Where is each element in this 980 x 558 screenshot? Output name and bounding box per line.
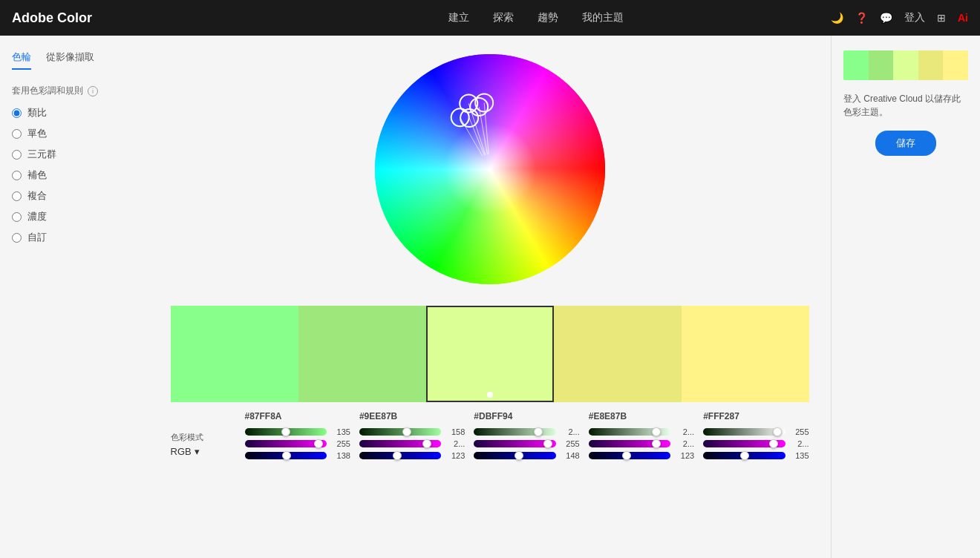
b-thumb-2[interactable]: [514, 451, 523, 460]
nav-trends[interactable]: 趨勢: [538, 11, 558, 24]
b-slider-row-1: 123: [359, 451, 465, 460]
rule-custom[interactable]: 自訂: [12, 231, 137, 244]
hex-label-2: #DBFF94: [474, 411, 579, 421]
color-mode-dropdown[interactable]: RGB ▾: [171, 446, 245, 457]
r-thumb-0[interactable]: [281, 427, 290, 436]
tab-extract[interactable]: 從影像擷取: [46, 50, 94, 70]
login-link[interactable]: 登入: [904, 11, 925, 24]
g-thumb-3[interactable]: [652, 439, 661, 448]
tab-color-wheel[interactable]: 色輪: [12, 50, 31, 70]
g-track-0[interactable]: [245, 440, 327, 447]
r-slider-row-0: 135: [245, 427, 350, 436]
b-value-1: 123: [445, 451, 465, 460]
r-value-2: 2...: [561, 427, 580, 436]
info-icon[interactable]: i: [88, 86, 98, 96]
r-slider-row-4: 255: [703, 427, 808, 436]
g-value-1: 2...: [445, 439, 465, 448]
g-thumb-2[interactable]: [543, 439, 552, 448]
save-button[interactable]: 儲存: [875, 131, 936, 156]
help-icon[interactable]: ❓: [855, 12, 868, 24]
nav-explore[interactable]: 探索: [493, 11, 514, 24]
g-track-2[interactable]: [474, 440, 555, 447]
mini-swatch-0: [843, 50, 869, 80]
comment-icon[interactable]: 💬: [880, 12, 892, 24]
r-slider-row-3: 2...: [589, 427, 694, 436]
main-layout: 色輪 從影像擷取 套用色彩調和規則 i 類比 單色 三元群 補色: [0, 36, 980, 558]
b-track-4[interactable]: [703, 452, 785, 459]
r-value-0: 135: [331, 427, 350, 436]
hex-label-1: #9EE87B: [359, 411, 465, 421]
r-thumb-3[interactable]: [652, 427, 661, 436]
color-wheel-container[interactable]: [371, 50, 609, 288]
b-track-0[interactable]: [245, 452, 327, 459]
b-value-2: 148: [561, 451, 580, 460]
mini-swatch-1: [869, 50, 894, 80]
color-column-1: #9EE87B1582...123: [359, 411, 465, 460]
g-thumb-0[interactable]: [314, 439, 323, 448]
g-value-4: 2...: [790, 439, 809, 448]
b-slider-row-0: 138: [245, 451, 350, 460]
g-slider-row-2: 255: [474, 439, 579, 448]
color-column-2: #DBFF942...255148: [474, 411, 579, 460]
swatch-3[interactable]: [554, 306, 682, 402]
g-value-0: 255: [331, 439, 350, 448]
moon-icon[interactable]: 🌙: [831, 12, 843, 24]
swatch-0[interactable]: [171, 306, 298, 402]
r-track-4[interactable]: [703, 428, 785, 436]
left-panel: 色輪 從影像擷取 套用色彩調和規則 i 類比 單色 三元群 補色: [0, 36, 148, 558]
b-slider-row-4: 135: [703, 451, 808, 460]
mini-swatch-4: [943, 50, 968, 80]
rule-shades[interactable]: 濃度: [12, 210, 137, 223]
r-track-1[interactable]: [359, 428, 441, 436]
adobe-icon[interactable]: Ai: [958, 12, 968, 24]
r-track-3[interactable]: [589, 428, 670, 436]
r-track-2[interactable]: [474, 428, 555, 436]
b-thumb-3[interactable]: [622, 451, 631, 460]
g-thumb-4[interactable]: [769, 439, 778, 448]
b-thumb-1[interactable]: [393, 451, 402, 460]
g-slider-row-3: 2...: [589, 439, 694, 448]
g-value-3: 2...: [675, 439, 694, 448]
mini-swatch-2: [893, 50, 918, 80]
swatch-2[interactable]: [426, 306, 554, 402]
b-slider-row-3: 123: [589, 451, 694, 460]
g-track-3[interactable]: [589, 440, 670, 447]
b-track-2[interactable]: [474, 452, 555, 459]
color-sliders-group: #87FF8A135255138#9EE87B1582...123#DBFF94…: [245, 411, 809, 460]
harmony-label: 套用色彩調和規則 i: [12, 85, 137, 97]
swatch-1[interactable]: [298, 306, 426, 402]
hex-label-3: #E8E87B: [589, 411, 694, 421]
g-slider-row-4: 2...: [703, 439, 808, 448]
nav-mythemes[interactable]: 我的主題: [582, 11, 624, 24]
grid-icon[interactable]: ⊞: [937, 12, 946, 24]
nav-create[interactable]: 建立: [448, 11, 469, 24]
color-wheel[interactable]: [371, 50, 609, 288]
r-thumb-2[interactable]: [534, 427, 543, 436]
rule-complementary[interactable]: 補色: [12, 168, 137, 182]
r-thumb-4[interactable]: [773, 427, 782, 436]
swatch-pin: [487, 392, 493, 398]
g-slider-row-1: 2...: [359, 439, 465, 448]
b-thumb-0[interactable]: [282, 451, 291, 460]
r-track-0[interactable]: [245, 428, 327, 436]
b-track-3[interactable]: [589, 452, 670, 459]
rule-analogous[interactable]: 類比: [12, 106, 137, 119]
b-thumb-4[interactable]: [740, 451, 749, 460]
r-thumb-1[interactable]: [402, 427, 411, 436]
rule-monochromatic[interactable]: 單色: [12, 127, 137, 140]
g-track-4[interactable]: [703, 440, 785, 447]
center-panel: 色彩模式 RGB ▾ #87FF8A135255138#9EE87B1582..…: [148, 36, 831, 558]
nav-icon-group: 🌙 ❓ 💬 登入 ⊞ Ai: [831, 11, 968, 24]
g-thumb-1[interactable]: [422, 439, 431, 448]
rule-triad[interactable]: 三元群: [12, 148, 137, 161]
rule-compound[interactable]: 複合: [12, 189, 137, 203]
r-value-3: 2...: [675, 427, 694, 436]
r-slider-row-2: 2...: [474, 427, 579, 436]
swatch-4[interactable]: [682, 306, 809, 402]
r-value-4: 255: [790, 427, 809, 436]
mini-swatches: [843, 50, 968, 80]
g-slider-row-0: 255: [245, 439, 350, 448]
g-track-1[interactable]: [359, 440, 441, 447]
r-slider-row-1: 158: [359, 427, 465, 436]
b-track-1[interactable]: [359, 452, 441, 459]
